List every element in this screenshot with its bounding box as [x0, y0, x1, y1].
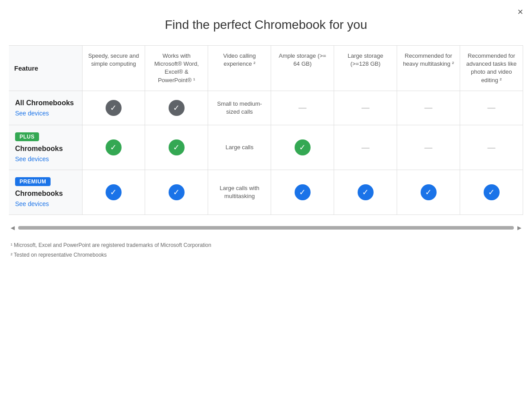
dash-icon: — — [299, 103, 307, 112]
dash-icon: — — [362, 103, 370, 112]
cell-premium-storage128: ✓ — [334, 170, 397, 215]
cell-premium-multitasking: ✓ — [397, 170, 460, 215]
cell-premium-microsoft: ✓ — [145, 170, 208, 215]
cell-text-all-video: Small to medium-sized calls — [217, 100, 262, 115]
cell-plus-storage128: — — [334, 125, 397, 170]
table-row-all: All ChromebooksSee devices✓✓Small to med… — [9, 91, 523, 125]
checkmark-icon-blue: ✓ — [106, 184, 122, 200]
row-title-plus: Chromebooks — [15, 145, 76, 153]
cell-plus-microsoft: ✓ — [145, 125, 208, 170]
cell-all-video: Small to medium-sized calls — [208, 91, 271, 125]
column-header-speedy: Speedy, secure and simple computing — [82, 46, 145, 91]
column-header-advanced: Recommended for advanced tasks like phot… — [460, 46, 523, 91]
dash-icon: — — [425, 143, 433, 152]
dash-icon: — — [488, 143, 496, 152]
comparison-table: Feature Speedy, secure and simple comput… — [9, 45, 523, 215]
cell-all-storage64: — — [271, 91, 334, 125]
checkmark-icon-blue: ✓ — [484, 184, 500, 200]
cell-plus-storage64: ✓ — [271, 125, 334, 170]
footnotes-section: ¹ Microsoft, Excel and PowerPoint are re… — [0, 232, 532, 267]
cell-all-storage128: — — [334, 91, 397, 125]
see-devices-link-premium[interactable]: See devices — [15, 200, 76, 207]
scroll-left-arrow[interactable]: ◀ — [9, 224, 16, 232]
cell-premium-advanced: ✓ — [460, 170, 523, 215]
dash-icon: — — [362, 143, 370, 152]
column-header-video: Video calling experience ² — [208, 46, 271, 91]
cell-premium-storage64: ✓ — [271, 170, 334, 215]
scroll-thumb — [18, 226, 514, 230]
badge-premium: PREMIUM — [15, 177, 51, 186]
cell-plus-speedy: ✓ — [82, 125, 145, 170]
row-title-all: All Chromebooks — [15, 99, 76, 107]
cell-all-advanced: — — [460, 91, 523, 125]
table-header-row: Feature Speedy, secure and simple comput… — [9, 46, 523, 91]
checkmark-icon-blue: ✓ — [421, 184, 437, 200]
footnote: ² Tested on representative Chromebooks — [11, 250, 521, 260]
see-devices-link-plus[interactable]: See devices — [15, 155, 76, 163]
cell-plus-multitasking: — — [397, 125, 460, 170]
feature-column-header: Feature — [9, 46, 82, 91]
badge-plus: PLUS — [15, 132, 39, 141]
checkmark-icon-green: ✓ — [106, 139, 122, 155]
row-title-premium: Chromebooks — [15, 190, 76, 198]
dash-icon: — — [425, 103, 433, 112]
row-label-all: All ChromebooksSee devices — [9, 91, 82, 125]
cell-premium-video: Large calls with multitasking — [208, 170, 271, 215]
scroll-right-arrow[interactable]: ▶ — [516, 224, 523, 232]
cell-all-multitasking: — — [397, 91, 460, 125]
cell-all-speedy: ✓ — [82, 91, 145, 125]
cell-plus-advanced: — — [460, 125, 523, 170]
column-header-storage64: Ample storage (>= 64 GB) — [271, 46, 334, 91]
table-row-plus: PLUSChromebooksSee devices✓✓Large calls✓… — [9, 125, 523, 170]
checkmark-icon-blue: ✓ — [358, 184, 374, 200]
cell-plus-video: Large calls — [208, 125, 271, 170]
row-label-premium: PREMIUMChromebooksSee devices — [9, 170, 82, 215]
scroll-track[interactable] — [18, 226, 514, 230]
cell-text-plus-video: Large calls — [225, 144, 253, 151]
horizontal-scrollbar[interactable]: ◀ ▶ — [9, 224, 523, 232]
row-label-plus: PLUSChromebooksSee devices — [9, 125, 82, 170]
column-header-microsoft: Works with Microsoft® Word, Excel® & Pow… — [145, 46, 208, 91]
dash-icon: — — [488, 103, 496, 112]
table-row-premium: PREMIUMChromebooksSee devices✓✓Large cal… — [9, 170, 523, 215]
checkmark-icon-gray: ✓ — [169, 100, 185, 116]
footnote: ¹ Microsoft, Excel and PowerPoint are re… — [11, 241, 521, 250]
see-devices-link-all[interactable]: See devices — [15, 110, 76, 117]
checkmark-icon-green: ✓ — [295, 139, 311, 155]
checkmark-icon-blue: ✓ — [169, 184, 185, 200]
cell-all-microsoft: ✓ — [145, 91, 208, 125]
column-header-storage128: Large storage (>=128 GB) — [334, 46, 397, 91]
comparison-table-wrapper: Feature Speedy, secure and simple comput… — [9, 45, 523, 215]
cell-text-premium-video: Large calls with multitasking — [220, 185, 260, 199]
checkmark-icon-gray: ✓ — [106, 100, 122, 116]
page-title: Find the perfect Chromebook for you — [0, 0, 532, 45]
cell-premium-speedy: ✓ — [82, 170, 145, 215]
checkmark-icon-green: ✓ — [169, 139, 185, 155]
close-button[interactable]: × — [517, 7, 523, 17]
checkmark-icon-blue: ✓ — [295, 184, 311, 200]
column-header-multitasking: Recommended for heavy multitasking ² — [397, 46, 460, 91]
